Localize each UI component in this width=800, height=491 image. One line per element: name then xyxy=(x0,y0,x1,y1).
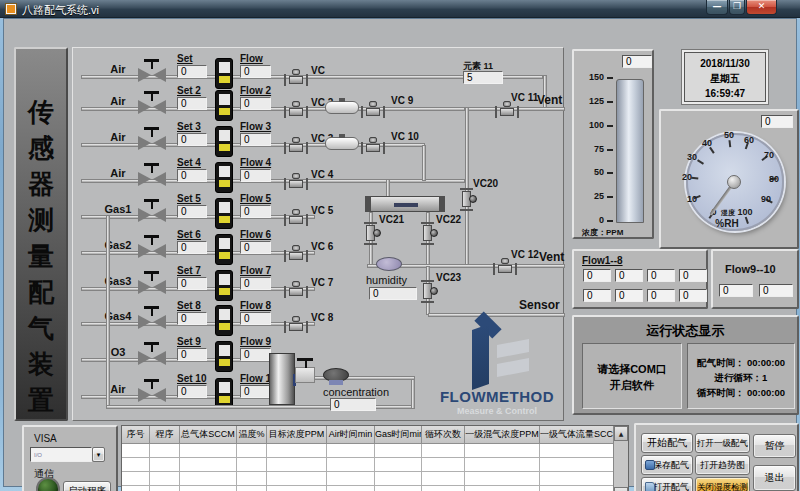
visa-label: VISA xyxy=(34,433,57,444)
mfc-icon xyxy=(215,305,233,336)
set-input[interactable]: 0 xyxy=(177,312,207,325)
flow-label: Flow 9 xyxy=(240,336,271,347)
humidity-label: humidity xyxy=(366,274,407,286)
close-humidity-button[interactable]: 关闭湿度检测 xyxy=(695,477,750,491)
folder-icon xyxy=(645,482,655,491)
vc-valve-icon[interactable] xyxy=(284,69,308,85)
col-header: 一级气体流量SCCM xyxy=(540,426,614,444)
set-label: Set 9 xyxy=(177,336,201,347)
set-label: Set 2 xyxy=(177,85,201,96)
vc-valve-icon[interactable] xyxy=(284,137,308,153)
vc21-valve-icon[interactable] xyxy=(362,220,381,246)
set-input[interactable]: 0 xyxy=(177,65,207,78)
status-title: 运行状态显示 xyxy=(574,322,797,340)
banner-char: 测 xyxy=(16,203,66,238)
cycle-count: 进行循环：1 xyxy=(688,370,794,385)
set-input[interactable]: 0 xyxy=(177,348,207,361)
set-input[interactable]: 0 xyxy=(177,205,207,218)
set-label: Set 10 xyxy=(177,373,206,384)
set-label: Set 4 xyxy=(177,157,201,168)
status-message: 请选择COM口 开启软件 xyxy=(582,343,682,409)
status-message-line2: 开启软件 xyxy=(583,377,681,393)
vc22-valve-icon[interactable] xyxy=(419,220,438,246)
set-input[interactable]: 0 xyxy=(177,277,207,290)
tank-tick: 50 xyxy=(578,167,604,177)
gas-label: Air xyxy=(95,63,141,75)
flow-readout: 0 xyxy=(647,289,675,302)
gas-label: Gas2 xyxy=(95,239,141,251)
supply-valve-icon xyxy=(137,244,167,260)
title-bar[interactable]: 八路配气系统.vi — ❐ ✕ xyxy=(0,0,800,18)
start-mixing-button[interactable]: 开始配气 xyxy=(641,433,693,453)
set-label: Set 6 xyxy=(177,229,201,240)
gas-label: Air xyxy=(95,95,141,107)
vc-valve-icon[interactable] xyxy=(284,101,308,117)
vent-mid-label: Vent xyxy=(539,250,564,264)
set-input[interactable]: 0 xyxy=(177,385,207,398)
open-trend-button[interactable]: 打开趋势图 xyxy=(695,455,750,475)
table-row[interactable] xyxy=(122,472,628,486)
open-mix-button[interactable]: 打开配气 xyxy=(641,477,693,491)
table-scrollbar[interactable]: ▲ ▼ xyxy=(613,426,628,491)
vc-valve-icon[interactable] xyxy=(284,281,308,297)
element11-input[interactable]: 5 xyxy=(463,71,503,84)
visa-dropdown-button[interactable]: ▾ xyxy=(92,447,105,462)
supply-valve-icon xyxy=(137,280,167,296)
table-row[interactable] xyxy=(122,444,628,458)
program-table[interactable]: 序号 程序 总气体SCCM 温度% 目标浓度PPM Air时间min Gas时间… xyxy=(121,425,629,491)
set-input[interactable]: 0 xyxy=(177,241,207,254)
set-input[interactable]: 0 xyxy=(177,169,207,182)
set-input[interactable]: 0 xyxy=(177,97,207,110)
vc-valve-label: VC 7 xyxy=(311,277,333,288)
tank-bar xyxy=(616,79,644,223)
date-text: 2018/11/30 xyxy=(685,56,765,71)
gauge-tick: 60 xyxy=(744,135,754,145)
mixing-chamber-icon xyxy=(365,196,445,212)
vc11-label: VC 11 xyxy=(511,92,538,103)
gas-label: Air xyxy=(95,167,141,179)
tank-tick: 0 xyxy=(578,215,604,225)
right-panel: 0 150 125 100 75 50 25 0 浓度：PPM 2018/11/… xyxy=(569,47,799,421)
vc12-valve-icon[interactable] xyxy=(493,258,517,274)
vc-valve-label: VC 6 xyxy=(311,241,333,252)
flow18-panel: Flow1--8 0 0 0 0 0 0 0 0 xyxy=(572,249,708,309)
tank-unit-label: 浓度：PPM xyxy=(582,227,652,238)
vc9-valve-icon[interactable] xyxy=(361,101,385,117)
vc23-label: VC23 xyxy=(436,272,461,283)
table-row[interactable] xyxy=(122,486,628,491)
flow-readout: 0 xyxy=(719,284,753,297)
vc10-valve-icon[interactable] xyxy=(361,137,385,153)
banner-char: 配 xyxy=(16,275,66,310)
start-program-button[interactable]: 启动程序 xyxy=(63,481,111,491)
scroll-down-icon[interactable]: ▼ xyxy=(614,487,628,491)
flow-readout: 0 xyxy=(583,289,611,302)
supply-valve-icon xyxy=(137,315,167,331)
maximize-button[interactable]: ❐ xyxy=(729,0,745,15)
tank-tick: 25 xyxy=(578,191,604,201)
gas-label: Air xyxy=(95,383,141,395)
banner-char: 量 xyxy=(16,239,66,274)
vc20-valve-icon[interactable] xyxy=(458,186,477,212)
exit-button[interactable]: 退出 xyxy=(753,465,796,491)
visa-resource-combo[interactable]: I/O xyxy=(30,447,92,462)
status-times: 配气时间： 00:00:00 进行循环：1 循环时间： 00:00:00 xyxy=(687,343,795,409)
pause-button[interactable]: 暂停 xyxy=(753,434,796,458)
gas-label: Gas1 xyxy=(95,203,141,215)
open-primary-mix-button[interactable]: 打开一级配气 xyxy=(695,433,750,453)
vc-valve-icon[interactable] xyxy=(284,173,308,189)
set-input[interactable]: 0 xyxy=(177,133,207,146)
minimize-button[interactable]: — xyxy=(706,0,728,15)
supply-valve-icon xyxy=(137,351,167,367)
flow-indicator: 0 xyxy=(240,241,271,254)
scroll-up-icon[interactable]: ▲ xyxy=(614,426,628,441)
flow-indicator: 0 xyxy=(240,97,271,110)
vc-valve-icon[interactable] xyxy=(284,245,308,261)
vc23-valve-icon[interactable] xyxy=(419,278,438,304)
manual-valve-icon[interactable] xyxy=(295,367,315,383)
vc11-valve-icon[interactable] xyxy=(495,101,519,117)
vc-valve-icon[interactable] xyxy=(284,316,308,332)
close-button[interactable]: ✕ xyxy=(746,0,777,15)
table-row[interactable] xyxy=(122,458,628,472)
vc-valve-icon[interactable] xyxy=(284,209,308,225)
save-mix-button[interactable]: 保存配气 xyxy=(641,455,693,475)
